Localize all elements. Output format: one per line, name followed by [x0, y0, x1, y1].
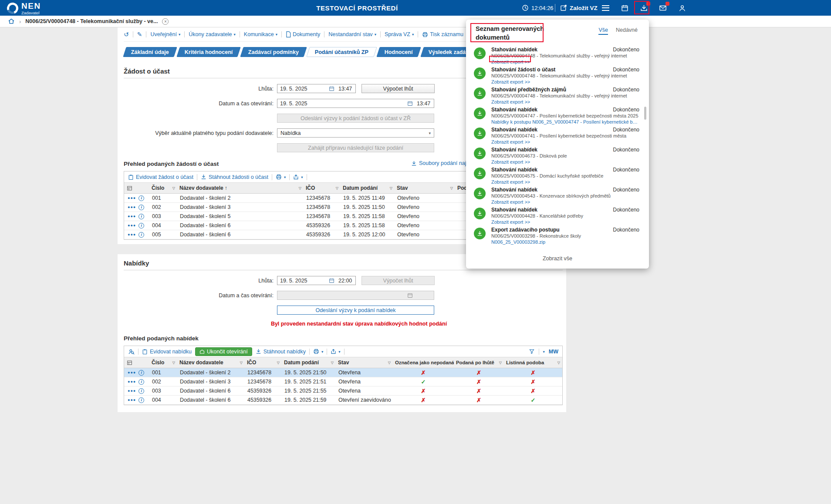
- notification-link[interactable]: Zobrazit export >>: [491, 219, 639, 225]
- export-table-button[interactable]: ▾: [293, 174, 303, 180]
- notification-item[interactable]: Stahování nabídek Dokončeno N006/25/V000…: [466, 205, 649, 225]
- menu-komunikace[interactable]: Komunikace▾: [244, 31, 277, 37]
- vypocet-lhut-button[interactable]: Výpočet lhůt: [361, 84, 435, 93]
- row-menu-icon[interactable]: ●●●: [128, 398, 136, 402]
- column-header-cislo[interactable]: Číslo▽: [149, 357, 177, 368]
- record-tab[interactable]: Zadávací podmínky: [240, 47, 307, 57]
- column-header-stav[interactable]: Stav▽: [336, 357, 393, 368]
- odeslani-vyzvy-nabidky-button[interactable]: Odeslání výzvy k podání nabídek: [277, 306, 434, 315]
- filter-icon[interactable]: ▽: [277, 361, 280, 365]
- row-menu-icon[interactable]: ●●●: [128, 196, 136, 200]
- column-header-nepodana[interactable]: Označena jako nepodaná▽: [393, 357, 454, 368]
- tab-nedavne[interactable]: Nedávné: [616, 27, 638, 35]
- filter-icon[interactable]: ▽: [299, 186, 301, 190]
- home-icon[interactable]: [8, 18, 15, 25]
- edit-icon[interactable]: ✎: [137, 31, 142, 38]
- close-record-icon[interactable]: ×: [162, 18, 169, 25]
- offer-row[interactable]: ●●● i 003 Dodavatel - školení 6 45359326…: [124, 386, 562, 396]
- filter-icon[interactable]: ▽: [388, 361, 391, 365]
- otevirani-datetime-field[interactable]: 19. 5. 2025 13:47: [277, 99, 434, 108]
- filter-icon[interactable]: ▽: [331, 361, 334, 365]
- menu-button[interactable]: [601, 3, 610, 13]
- column-header-datum[interactable]: Datum podání▽: [282, 357, 336, 368]
- nabidky-lhuta-time[interactable]: 22:00: [334, 278, 355, 284]
- record-tab[interactable]: Hodnocení: [376, 47, 421, 57]
- column-header-stav[interactable]: Stav▽: [395, 183, 455, 193]
- ukoncit-otevirani-button[interactable]: Ukončit otevírání: [195, 347, 252, 356]
- info-icon[interactable]: i: [138, 214, 144, 219]
- create-vz-button[interactable]: Založit VZ: [560, 0, 598, 16]
- column-header-nazev[interactable]: Název dodavatele↑▽: [177, 183, 304, 193]
- chevron-down-icon[interactable]: ▾: [543, 349, 545, 354]
- notification-item[interactable]: Stahování předběžných zájmů Dokončeno N0…: [466, 85, 649, 105]
- lhuta-date-value[interactable]: 19. 5. 2025: [277, 86, 329, 92]
- notification-link[interactable]: Zobrazit export >>: [491, 59, 639, 65]
- lhuta-time-value[interactable]: 13:47: [334, 86, 355, 92]
- column-header-po-lhute[interactable]: Podaná po lhůtě▽: [454, 357, 504, 368]
- notification-item[interactable]: Stahování nabídek Dokončeno N006/25/V000…: [466, 185, 649, 205]
- menu-sprava-vz[interactable]: Správa VZ▾: [385, 31, 414, 37]
- notification-item[interactable]: Stahování nabídek Dokončeno N006/25/V000…: [466, 45, 649, 65]
- filter-funnel-icon[interactable]: [529, 349, 535, 354]
- notification-item[interactable]: Stahování nabídek Dokončeno N006/25/V000…: [466, 125, 649, 145]
- otevirani-date-value[interactable]: 19. 5. 2025: [277, 101, 407, 107]
- evidovat-nabidku-button[interactable]: Evidovat nabídku: [142, 349, 192, 355]
- nabidky-lhuta-field[interactable]: 19. 5. 2025 22:00: [277, 276, 356, 285]
- tab-vse[interactable]: Vše: [598, 27, 608, 35]
- record-tab[interactable]: Kritéria hodnocení: [176, 47, 241, 57]
- info-icon[interactable]: i: [138, 370, 144, 376]
- files-link[interactable]: Soubory podání najdet: [411, 160, 474, 166]
- generated-documents-button[interactable]: [639, 3, 648, 13]
- filter-icon[interactable]: ▽: [450, 186, 453, 190]
- stahnout-nabidky-button[interactable]: Stáhnout nabídky: [256, 349, 306, 355]
- menu-nestandardni-stav[interactable]: Nestandardní stav▾: [328, 31, 376, 37]
- brand[interactable]: NEN Zadavatel: [7, 2, 41, 15]
- notification-item[interactable]: Stahování nabídek Dokončeno N006/25/V000…: [466, 105, 649, 125]
- info-icon[interactable]: i: [138, 223, 144, 228]
- menu-uverejneni[interactable]: Uveřejnění▾: [150, 31, 180, 37]
- column-header-datum[interactable]: Datum podání▽: [341, 183, 395, 193]
- notification-link[interactable]: Zobrazit export >>: [491, 79, 639, 85]
- messages-button[interactable]: [659, 3, 667, 13]
- notification-link[interactable]: Zobrazit export >>: [491, 159, 639, 165]
- offer-row[interactable]: ●●● i 004 Dodavatel - školení 6 45359326…: [124, 396, 562, 405]
- filter-icon[interactable]: ▽: [240, 361, 243, 365]
- print-table-button[interactable]: ▾: [313, 349, 323, 354]
- notification-item[interactable]: Stahování žádostí o účast Dokončeno N006…: [466, 65, 649, 85]
- notification-link[interactable]: Nabídky k postupu N006_25_V00004747 - Po…: [491, 119, 639, 125]
- notification-link[interactable]: Zobrazit export >>: [491, 199, 639, 205]
- info-icon[interactable]: i: [138, 205, 144, 210]
- info-icon[interactable]: i: [138, 397, 144, 403]
- view-toggle-mw[interactable]: MW: [549, 349, 558, 355]
- info-icon[interactable]: i: [138, 388, 144, 394]
- row-menu-icon[interactable]: ●●●: [128, 205, 136, 209]
- row-menu-icon[interactable]: ●●●: [128, 380, 136, 384]
- row-menu-icon[interactable]: ●●●: [128, 223, 136, 228]
- menu-dokumenty[interactable]: Dokumenty: [286, 31, 320, 37]
- row-menu-icon[interactable]: ●●●: [128, 389, 136, 393]
- supplier-search-icon[interactable]: [128, 349, 135, 355]
- filter-icon[interactable]: ▽: [172, 186, 175, 190]
- filter-icon[interactable]: ▽: [172, 361, 175, 365]
- info-icon[interactable]: i: [138, 195, 144, 201]
- row-menu-icon[interactable]: ●●●: [128, 232, 136, 237]
- notification-link[interactable]: Zobrazit export >>: [491, 99, 639, 105]
- notification-link[interactable]: Zobrazit export >>: [491, 139, 639, 145]
- filter-icon[interactable]: ▽: [499, 361, 502, 365]
- column-header-ico[interactable]: IČO▽: [304, 183, 341, 193]
- column-header-listinna[interactable]: Listinná podoba▽: [504, 357, 562, 368]
- calendar-picker-icon[interactable]: [329, 86, 334, 91]
- filter-icon[interactable]: ▽: [390, 186, 392, 190]
- record-tab[interactable]: Podání účastníků ZP: [307, 47, 377, 57]
- row-menu-icon[interactable]: ●●●: [128, 370, 136, 375]
- export-table-button[interactable]: ▾: [331, 349, 340, 354]
- print-table-button[interactable]: ▾: [276, 174, 286, 180]
- record-tab[interactable]: Základní údaje: [123, 47, 177, 57]
- info-icon[interactable]: i: [138, 232, 144, 238]
- column-header-ico[interactable]: IČO▽: [245, 357, 282, 368]
- filter-icon[interactable]: ▽: [336, 186, 338, 190]
- notification-item[interactable]: Stahování nabídek Dokončeno N006/25/V000…: [466, 145, 649, 165]
- menu-ukony-zadavatele[interactable]: Úkony zadavatele▾: [189, 31, 236, 37]
- otevirani-time-value[interactable]: 13:47: [413, 101, 434, 107]
- notification-item[interactable]: Stahování nabídek Dokončeno N006/25/V000…: [466, 165, 649, 185]
